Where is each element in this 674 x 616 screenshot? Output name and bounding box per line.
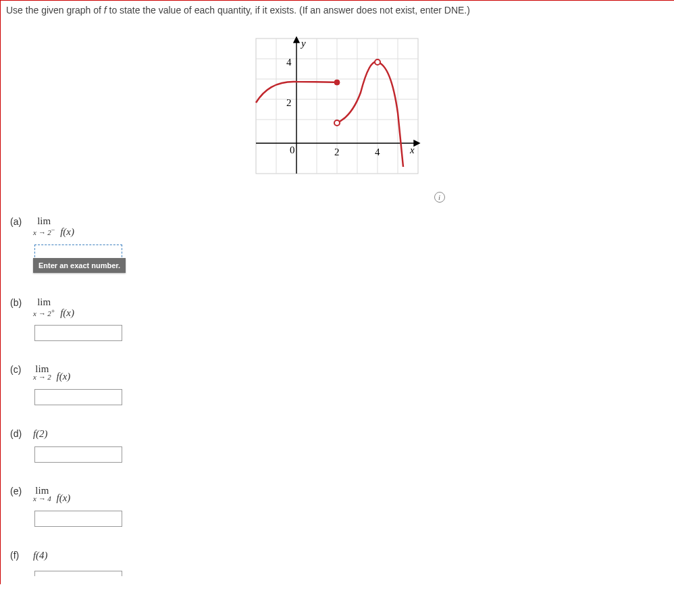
question-e: (e) lim x → 4 f(x) xyxy=(10,486,667,527)
input-tooltip: Enter an exact number. xyxy=(33,258,126,273)
answer-input-e[interactable] xyxy=(34,511,122,527)
lim-text: lim xyxy=(33,297,55,307)
question-a: (a) lim x → 2− f(x) Enter an exact numbe… xyxy=(10,216,667,261)
answer-input-f[interactable] xyxy=(34,571,122,576)
part-label: (a) xyxy=(10,216,30,227)
point-2-3-filled xyxy=(334,80,340,85)
lim-text: lim xyxy=(33,216,55,226)
lim-sub: x → 2 xyxy=(33,373,51,381)
tick-y2: 2 xyxy=(286,97,292,108)
answer-input-c[interactable] xyxy=(34,389,122,405)
prompt-pre: Use the given graph of xyxy=(6,5,104,16)
lim-sup: − xyxy=(51,226,55,234)
lim-sub: x → 2 xyxy=(33,228,51,236)
part-label: (f) xyxy=(10,550,30,561)
info-icon[interactable]: i xyxy=(434,192,445,203)
questions-list: (a) lim x → 2− f(x) Enter an exact numbe… xyxy=(6,216,667,579)
lim-rhs: f(x) xyxy=(57,371,71,382)
question-prompt: Use the given graph of f to state the va… xyxy=(6,5,667,16)
question-d: (d) f(2) xyxy=(10,428,667,463)
tick-x2: 2 xyxy=(334,147,340,157)
tick-x4: 4 xyxy=(375,147,380,157)
tick-origin: 0 xyxy=(290,145,295,155)
question-c: (c) lim x → 2 f(x) xyxy=(10,364,667,405)
point-4-4-open xyxy=(375,59,380,65)
question-container: Use the given graph of f to state the va… xyxy=(0,0,674,584)
part-label: (e) xyxy=(10,486,30,496)
lim-sub: x → 2 xyxy=(33,309,51,317)
lim-text: lim xyxy=(33,486,51,495)
answer-input-b[interactable] xyxy=(34,325,122,341)
question-f: (f) f(4) xyxy=(10,550,667,579)
expr: f(4) xyxy=(33,550,48,561)
tick-y4: 4 xyxy=(286,57,292,68)
lim-text: lim xyxy=(33,364,51,374)
lim-sup: + xyxy=(51,307,55,315)
axis-x-label: x xyxy=(409,145,415,155)
question-b: (b) lim x → 2+ f(x) xyxy=(10,297,667,342)
expr: f(2) xyxy=(33,428,48,440)
point-2-1-open xyxy=(334,120,340,126)
part-label: (d) xyxy=(10,428,30,439)
part-label: (b) xyxy=(10,297,30,308)
answer-input-d[interactable] xyxy=(34,446,122,463)
graph-area: 0 2 4 2 4 y x i xyxy=(6,32,667,189)
lim-rhs: f(x) xyxy=(57,492,71,503)
function-graph: 0 2 4 2 4 y x xyxy=(249,32,425,187)
lim-sub: x → 4 xyxy=(33,494,51,503)
axis-y-label: y xyxy=(300,38,306,49)
lim-rhs: f(x) xyxy=(60,226,74,237)
part-label: (c) xyxy=(10,364,30,375)
prompt-post: to state the value of each quantity, if … xyxy=(107,5,470,16)
lim-rhs: f(x) xyxy=(60,307,74,317)
